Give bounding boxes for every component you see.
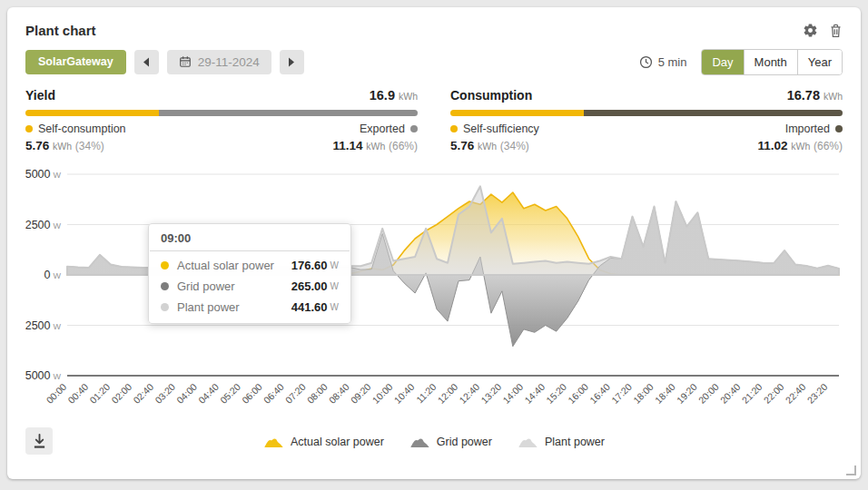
tab-day[interactable]: Day [702,50,743,74]
svg-text:08:40: 08:40 [327,381,351,406]
trash-icon [829,23,843,38]
svg-text:08:00: 08:00 [305,381,330,406]
tab-year[interactable]: Year [797,50,842,74]
tooltip-row-plant: Plant power 441.60 W [149,297,350,318]
plant-dot-icon [161,303,169,311]
yield-stat: Yield 16.9 kWh Self-consumption Exported… [25,88,418,152]
grid-dot-icon [161,282,169,290]
chart-tooltip: 09:00 Actual solar power 176.60 W Grid p… [148,223,351,324]
gray-dot-icon [410,125,418,132]
date-value: 29-11-2024 [198,55,260,69]
svg-text:02:00: 02:00 [109,381,133,406]
svg-text:19:20: 19:20 [675,381,699,406]
interval-label: 5 min [658,55,687,69]
legend-item-solar: Actual solar power [263,436,384,448]
legend-item-plant: Plant power [518,436,605,448]
interval-indicator: 5 min [639,55,687,69]
consumption-title: Consumption [450,88,532,103]
tab-month[interactable]: Month [744,50,797,74]
legend-item-grid: Grid power [409,436,492,448]
imported-value: 11.02 kWh (66%) [757,139,843,152]
header-icons [803,23,843,38]
svg-text:04:00: 04:00 [174,381,199,406]
self-sufficiency-value: 5.76 kWh (34%) [450,139,529,152]
yield-total: 16.9 kWh [370,88,418,103]
svg-text:02:40: 02:40 [131,381,155,406]
self-consumption-value: 5.76 kWh (34%) [25,139,104,152]
stats-row: Yield 16.9 kWh Self-consumption Exported… [25,88,843,152]
tooltip-row-grid: Grid power 265.00 W [149,276,350,297]
calendar-icon [179,55,192,68]
yellow-dot-icon [25,125,33,132]
exported-label: Exported [360,122,418,135]
svg-text:06:00: 06:00 [240,381,264,406]
exported-value: 11.14 kWh (66%) [332,139,418,152]
dark-dot-icon [835,125,843,132]
svg-text:18:40: 18:40 [653,381,677,406]
svg-text:21:20: 21:20 [740,381,764,406]
svg-text:14:40: 14:40 [522,381,547,406]
svg-text:11:20: 11:20 [414,381,439,406]
svg-text:10:00: 10:00 [370,381,395,406]
svg-text:12:40: 12:40 [457,381,481,406]
date-picker-button[interactable]: 29-11-2024 [167,50,271,74]
svg-text:01:20: 01:20 [87,381,112,406]
svg-text:20:40: 20:40 [718,381,743,406]
svg-text:16:40: 16:40 [587,381,612,406]
plant-chart-card: Plant chart SolarGateway 29-11-2024 5 mi… [7,7,861,479]
svg-text:5000W: 5000W [25,168,62,181]
prev-day-button[interactable] [134,50,159,74]
svg-text:16:00: 16:00 [566,381,590,406]
yield-title: Yield [25,88,55,103]
svg-text:18:00: 18:00 [631,381,656,406]
delete-button[interactable] [829,23,843,38]
svg-text:-5000W: -5000W [25,369,62,382]
svg-text:17:20: 17:20 [609,381,634,406]
svg-text:04:40: 04:40 [196,381,221,406]
solar-area-icon [263,436,284,448]
resize-grip[interactable] [846,466,856,475]
self-consumption-label: Self-consumption [25,122,126,135]
next-day-button[interactable] [280,50,304,74]
page-title: Plant chart [25,23,96,38]
self-sufficiency-label: Self-sufficiency [450,122,539,135]
yield-bar-rest [159,110,418,116]
yield-bar [25,110,418,116]
imported-label: Imported [785,122,843,135]
tooltip-time: 09:00 [149,224,350,250]
solar-dot-icon [161,261,169,270]
gateway-button[interactable]: SolarGateway [25,50,126,74]
toolbar: SolarGateway 29-11-2024 5 min Day Month … [25,49,843,74]
svg-text:15:20: 15:20 [544,381,568,406]
consumption-bar [450,110,843,116]
clock-icon [639,55,653,69]
consumption-total: 16.78 kWh [787,88,843,103]
chart-footer: Actual solar power Grid power Plant powe… [25,426,843,457]
tooltip-row-solar: Actual solar power 176.60 W [149,255,350,276]
chart-legend: Actual solar power Grid power Plant powe… [263,436,605,448]
yield-bar-used [25,110,159,116]
plant-area-icon [518,436,538,448]
svg-text:-2500W: -2500W [25,319,62,332]
chevron-left-icon [143,57,150,67]
svg-text:22:00: 22:00 [761,381,785,406]
svg-text:03:20: 03:20 [153,381,177,406]
consumption-bar-used [450,110,584,116]
chevron-right-icon [288,57,295,67]
card-header: Plant chart [25,20,843,40]
svg-text:13:20: 13:20 [478,381,503,406]
grid-area-icon [409,436,430,448]
view-switcher: Day Month Year [701,49,843,75]
svg-text:20:00: 20:00 [696,381,721,406]
svg-text:07:20: 07:20 [283,381,308,406]
svg-text:00:40: 00:40 [65,381,90,406]
download-icon [33,434,46,448]
svg-text:12:00: 12:00 [435,381,459,406]
svg-text:10:40: 10:40 [391,381,416,406]
settings-button[interactable] [803,23,818,38]
download-button[interactable] [25,427,53,455]
svg-text:0W: 0W [44,269,62,281]
gear-icon [803,23,818,38]
yellow-dot-icon [450,125,458,132]
svg-text:05:20: 05:20 [218,381,242,406]
